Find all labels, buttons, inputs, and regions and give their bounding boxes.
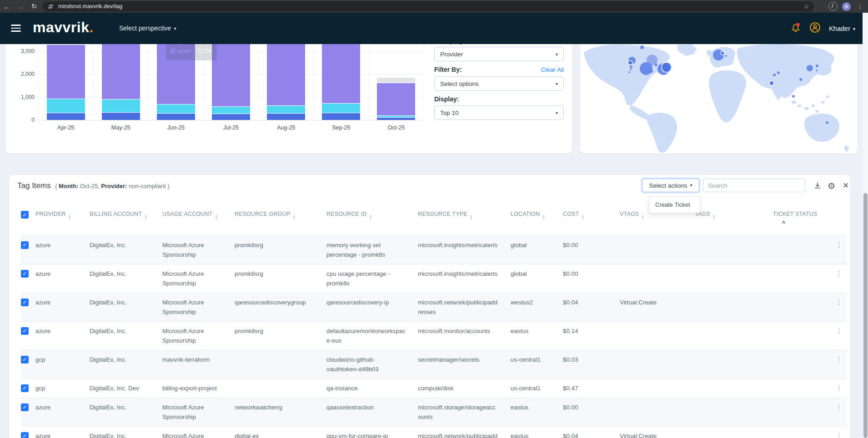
scrollbar-thumb[interactable] [863,193,868,438]
bar-Jul-25[interactable] [212,40,250,120]
column-header-billing_account[interactable]: BILLING ACCOUNT▲▼ [90,204,162,236]
row-menu-icon[interactable]: ⋮ [836,432,843,438]
user-menu[interactable]: Khader [829,25,855,32]
map-bubble[interactable] [725,55,727,57]
sort-icon[interactable]: ▲▼ [144,214,147,219]
map-bubble[interactable] [630,65,632,68]
column-header-resource_group[interactable]: RESOURCE GROUP▲▼ [235,204,326,236]
bar-Apr-25[interactable] [47,36,85,120]
display-select[interactable]: Top 10 [434,105,564,120]
map-bubble[interactable] [792,95,795,98]
bar-segment-segment-blue-May-25[interactable] [102,113,140,120]
sort-icon[interactable]: ▲▼ [292,214,296,219]
map-bubble[interactable] [777,71,780,74]
bar-Aug-25[interactable] [267,40,305,120]
row-menu-icon[interactable]: ⋮ [836,298,843,306]
row-checkbox[interactable]: ✓ [21,384,29,392]
search-input[interactable] [703,179,805,192]
bar-segment-azure-Aug-25[interactable] [267,40,305,106]
sort-icon[interactable]: ▲▼ [68,214,71,219]
row-checkbox[interactable]: ✓ [21,356,29,363]
row-checkbox[interactable]: ✓ [21,327,29,335]
bar-Oct-25[interactable] [377,78,415,120]
extension-icon[interactable] [828,2,838,11]
bar-segment-segment-cyan-May-25[interactable] [102,100,140,113]
map-bubble[interactable] [655,64,657,66]
map-bubble[interactable] [769,81,774,85]
notification-bell-icon[interactable] [790,22,801,35]
bar-segment-segment-blue-Apr-25[interactable] [47,113,85,120]
sort-icon[interactable]: ▲▼ [542,214,545,219]
sort-icon[interactable]: ▲▼ [581,214,584,219]
bar-segment-azure-Apr-25[interactable] [47,45,85,99]
map-bubble[interactable] [773,74,776,76]
select-all-checkbox[interactable]: ✓ [21,211,29,219]
menu-header[interactable] [836,204,847,236]
sort-icon[interactable]: ▲▼ [470,214,473,219]
bar-segment-segment-blue-Sep-25[interactable] [322,113,360,120]
bar-segment-segment-cyan-Aug-25[interactable] [267,106,305,114]
column-header-usage_account[interactable]: USAGE ACCOUNT▲▼ [162,204,235,236]
map-bubble[interactable] [799,78,802,81]
reload-icon[interactable]: ↻ [27,2,41,10]
row-menu-icon[interactable]: ⋮ [836,241,843,249]
map-bubble[interactable] [816,70,818,71]
select-perspective-dropdown[interactable]: Select perspective [119,25,176,32]
back-icon[interactable]: ← [0,3,14,10]
bar-segment-segment-gray-Oct-25[interactable] [377,78,415,83]
row-menu-icon[interactable]: ⋮ [836,355,843,363]
bar-segment-segment-blue-Jul-25[interactable] [212,114,250,120]
column-header-resource_type[interactable]: RESOURCE TYPE▲▼ [418,204,511,236]
sort-icon[interactable]: ▲▼ [712,214,716,219]
bar-segment-azure-Oct-25[interactable] [377,83,415,116]
bar-segment-segment-blue-Oct-25[interactable] [377,118,415,120]
map-bubble[interactable] [662,62,672,72]
map-bubble[interactable] [807,65,813,71]
settings-gear-icon[interactable]: ⚙ [828,181,835,191]
select-actions-button[interactable]: Select actions [642,179,699,192]
row-checkbox[interactable]: ✓ [21,432,29,438]
map-bubble[interactable] [628,71,630,73]
clear-all-link[interactable]: Clear All [541,66,564,73]
row-checkbox[interactable]: ✓ [21,270,29,278]
bar-segment-segment-cyan-Sep-25[interactable] [322,104,360,113]
column-header-tags[interactable]: TAGS▲▼ [695,204,773,236]
bar-segment-segment-cyan-Jul-25[interactable] [212,107,250,114]
column-header-provider[interactable]: PROVIDER▲▼ [35,204,90,236]
sort-asc-icon[interactable]: ^ [782,220,831,226]
bar-segment-azure-Sep-25[interactable] [322,40,360,104]
row-checkbox[interactable]: ✓ [21,241,29,249]
map-bubble[interactable] [628,60,632,65]
row-checkbox[interactable]: ✓ [21,403,29,411]
map-bubble[interactable] [826,121,828,124]
close-panel-icon[interactable]: ✕ [843,181,849,190]
column-header-cost[interactable]: COST▲▼ [563,204,620,236]
browser-profile-avatar[interactable]: A [842,2,851,11]
address-bar[interactable]: mindsnxt.mavvrik.dev/tag ☆ [42,1,814,11]
group-by-select[interactable]: Provider [434,47,564,61]
download-icon[interactable] [813,181,822,192]
bar-segment-segment-blue-Jun-25[interactable] [157,114,195,120]
map-bubble[interactable] [630,69,632,70]
row-menu-icon[interactable]: ⋮ [836,384,843,392]
row-menu-icon[interactable]: ⋮ [836,269,843,277]
sort-icon[interactable]: ▲▼ [369,214,372,219]
bar-segment-segment-cyan-Apr-25[interactable] [47,99,85,113]
map-bubble[interactable] [650,70,653,73]
column-header-resource_id[interactable]: RESOURCE ID▲▼ [326,204,418,236]
app-logo[interactable]: mavvrik. [33,19,94,36]
hamburger-menu-icon[interactable] [11,25,21,34]
row-checkbox[interactable]: ✓ [21,299,29,306]
column-header-location[interactable]: LOCATION▲▼ [511,204,563,236]
bar-Sep-25[interactable] [322,40,360,120]
bar-segment-segment-cyan-Jun-25[interactable] [157,105,195,114]
user-profile-icon[interactable] [809,22,821,35]
sort-icon[interactable]: ▲▼ [641,214,644,219]
menu-item-create-ticket[interactable]: Create Ticket [649,197,700,213]
bar-segment-segment-blue-Aug-25[interactable] [267,114,305,120]
site-settings-icon[interactable] [48,4,54,10]
select-all-header[interactable]: ✓ [21,204,35,236]
map-bubble[interactable] [640,62,652,75]
browser-menu-icon[interactable]: ⋮ [855,3,865,10]
sort-icon[interactable]: ▲▼ [215,214,218,219]
